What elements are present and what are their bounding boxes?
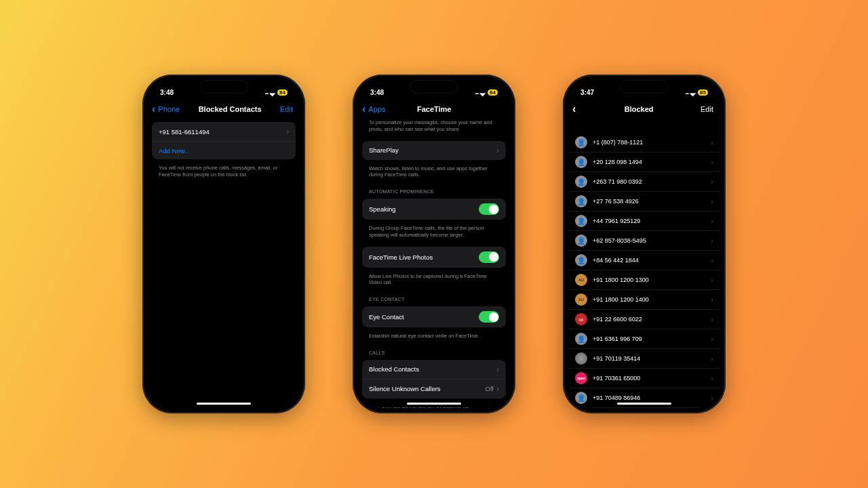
blocked-list-item[interactable]: 👤+91 6361 996 709: [568, 329, 720, 349]
signal-icon: [686, 89, 688, 96]
contact-number: +1 (807) 788-1121: [593, 139, 705, 146]
caller-id-footer: To personalize your messages, choose you…: [362, 119, 506, 138]
contact-number: +27 76 538 4926: [593, 198, 705, 205]
battery-badge: 84: [488, 89, 498, 96]
status-right: 85: [686, 89, 708, 96]
silence-unknown-row[interactable]: Silence Unknown Callers Off: [362, 380, 506, 399]
avatar: 👤: [575, 176, 587, 188]
avatar: AU: [575, 293, 587, 306]
contact-number: +263 71 980 0392: [593, 178, 705, 185]
blocked-contacts-label: Blocked Contacts: [369, 365, 419, 373]
section-auto-prominence: AUTOMATIC PROMINENCE: [362, 184, 506, 196]
shareplay-label: SharePlay: [369, 146, 399, 154]
blocked-list-item[interactable]: 👤+44 7961 925129: [568, 211, 720, 231]
avatar: [575, 352, 587, 365]
speaking-toggle[interactable]: [479, 203, 499, 215]
avatar: 👤: [575, 195, 587, 207]
signal-icon: [265, 89, 268, 96]
speaking-label: Speaking: [369, 205, 396, 213]
avatar: 👤: [575, 156, 587, 168]
chevron-right-icon: [494, 365, 499, 374]
home-indicator[interactable]: [197, 403, 251, 405]
back-label: Apps: [368, 105, 385, 113]
blocked-list-item[interactable]: 👤+263 71 980 0392: [568, 172, 720, 192]
back-button[interactable]: Apps: [362, 103, 385, 115]
blocked-list-item[interactable]: 👤+91 70489 86946: [568, 388, 720, 408]
chevron-right-icon: [283, 127, 289, 136]
battery-badge: 85: [698, 89, 708, 96]
chevron-right-icon: [711, 354, 713, 363]
status-right: 84: [265, 89, 288, 96]
avatar: 👤: [575, 235, 587, 247]
blocked-list-item[interactable]: +91 70119 35414: [568, 349, 720, 369]
blocked-list-item[interactable]: 👤+20 128 098 1494: [568, 152, 720, 172]
content[interactable]: To personalize your messages, choose you…: [358, 119, 510, 408]
contact-number: +84 56 442 1844: [593, 257, 705, 264]
blocked-contact-row[interactable]: +91 581-6611494: [152, 122, 296, 142]
live-photos-toggle[interactable]: [479, 251, 499, 263]
chevron-right-icon: [711, 335, 713, 343]
page-title: Blocked Contacts: [199, 105, 262, 113]
blocked-list[interactable]: 👤+1 (807) 788-1121👤+20 128 098 1494👤+263…: [568, 133, 720, 408]
speaking-footer: During Group FaceTime calls, the tile of…: [362, 222, 506, 244]
edit-button[interactable]: Edit: [280, 105, 293, 113]
notch: [410, 80, 458, 94]
silence-label: Silence Unknown Callers: [369, 385, 441, 392]
back-button[interactable]: [572, 103, 577, 115]
chevron-right-icon: [494, 384, 499, 394]
blocked-list-item[interactable]: 👤+1 (807) 788-1121: [568, 133, 720, 152]
nav-bar: Apps FaceTime: [358, 99, 510, 119]
blocked-list-item[interactable]: 👤+62 857-8038-5495: [568, 231, 720, 251]
live-photos-group: FaceTime Live Photos: [362, 247, 506, 268]
add-new-row[interactable]: Add New...: [152, 142, 296, 159]
blocked-list-group: +91 581-6611494 Add New...: [152, 122, 296, 159]
wifi-icon: [691, 89, 695, 96]
status-time: 3:48: [370, 89, 384, 96]
eye-contact-row: Eye Contact: [362, 306, 506, 327]
nav-bar: Blocked Edit: [568, 99, 720, 119]
shareplay-row[interactable]: SharePlay: [362, 141, 506, 160]
phone-facetime-settings: 3:48 84 Apps FaceTime To personalize you…: [353, 75, 515, 413]
screen: 3:48 84 Phone Blocked Contacts Edit +91 …: [148, 80, 300, 408]
home-indicator[interactable]: [617, 403, 671, 405]
blocked-list-item[interactable]: 👤+27 76 538 4926: [568, 192, 720, 211]
shareplay-footer: Watch shows, listen to music, and use ap…: [362, 163, 506, 184]
contact-number: +91 1800 1200 1300: [593, 277, 705, 283]
chevron-right-icon: [494, 146, 499, 155]
screen: 3:48 84 Apps FaceTime To personalize you…: [358, 80, 510, 408]
chevron-left-icon: [152, 103, 157, 115]
contact-number: +91 70489 86946: [593, 394, 705, 401]
section-calls: CALLS: [362, 345, 506, 357]
notch: [199, 80, 248, 94]
battery-badge: 84: [277, 89, 288, 96]
section-eye-contact: EYE CONTACT: [362, 291, 506, 304]
page-title: Blocked: [625, 105, 654, 113]
add-new-label: Add New...: [159, 147, 190, 155]
shareplay-group: SharePlay: [362, 141, 506, 160]
contact-number: +91 70361 65000: [593, 375, 705, 382]
chevron-right-icon: [711, 138, 713, 146]
blocked-list-item[interactable]: ∞+91 22 6600 6022: [568, 310, 720, 329]
avatar: 👤: [575, 254, 587, 266]
eye-contact-footer: Establish natural eye contact while on F…: [362, 330, 506, 345]
blocked-list-item[interactable]: open+91 70361 65000: [568, 369, 720, 388]
chevron-right-icon: [711, 158, 713, 166]
home-indicator[interactable]: [407, 403, 461, 405]
chevron-right-icon: [711, 256, 713, 264]
phone-blocked-list: 3:47 85 Blocked Edit 👤+1 (807) 788-1121👤…: [563, 75, 726, 413]
blocked-list-item[interactable]: AU+91 1800 1200 1400: [568, 290, 720, 310]
blocked-list-item[interactable]: AU+91 1800 1200 1300: [568, 270, 720, 290]
screen: 3:47 85 Blocked Edit 👤+1 (807) 788-1121👤…: [568, 80, 720, 408]
live-photos-footer: Allow Live Photos to be captured during …: [362, 270, 506, 292]
eye-contact-toggle[interactable]: [479, 311, 499, 323]
avatar: 👤: [575, 392, 587, 404]
blocked-contacts-row[interactable]: Blocked Contacts: [362, 360, 506, 380]
blocked-list-item[interactable]: 👤+84 56 442 1844: [568, 251, 720, 270]
wifi-icon: [271, 89, 275, 96]
phone-blocked-contacts: 3:48 84 Phone Blocked Contacts Edit +91 …: [142, 75, 305, 413]
back-button[interactable]: Phone: [152, 103, 180, 115]
edit-button[interactable]: Edit: [701, 105, 713, 113]
live-photos-label: FaceTime Live Photos: [369, 253, 433, 261]
nav-bar: Phone Blocked Contacts Edit: [148, 99, 300, 119]
signal-icon: [475, 89, 478, 96]
